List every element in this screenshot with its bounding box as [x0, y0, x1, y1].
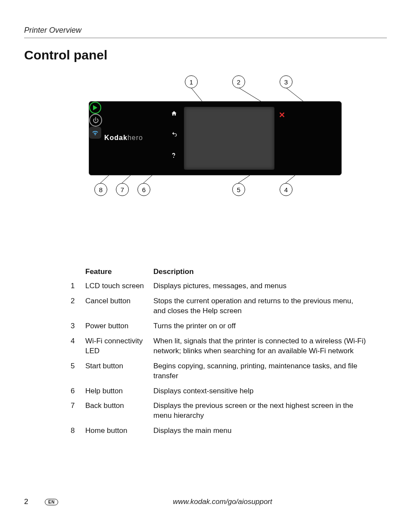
- control-panel-diagram: Kodakhero ✕ ⏻: [89, 75, 347, 209]
- product-name: hero: [128, 134, 143, 141]
- th-feature: Feature: [84, 265, 152, 279]
- table-row: 1LCD touch screenDisplays pictures, mess…: [69, 279, 369, 294]
- power-icon: ⏻: [89, 114, 102, 127]
- callout-8: 8: [94, 183, 107, 196]
- callout-4: 4: [280, 183, 293, 196]
- callout-3: 3: [280, 75, 293, 88]
- lcd-screen: [184, 107, 274, 170]
- table-row: 3Power buttonTurns the printer on or off: [69, 319, 369, 334]
- th-description: Description: [152, 265, 369, 279]
- cancel-icon: ✕: [279, 110, 285, 120]
- brand-name: Kodak: [104, 134, 128, 141]
- callout-5: 5: [232, 183, 245, 196]
- table-row: 6Help buttonDisplays context-sensitive h…: [69, 384, 369, 399]
- table-row: 2Cancel buttonStops the current operatio…: [69, 294, 369, 319]
- support-url: www.kodak.com/go/aiosupport: [58, 498, 387, 506]
- svg-marker-8: [93, 105, 97, 110]
- callout-6: 6: [137, 183, 150, 196]
- table-row: 5Start buttonBegins copying, scanning, p…: [69, 359, 369, 384]
- table-row: 7Back buttonDisplays the previous screen…: [69, 398, 369, 423]
- callout-7: 7: [116, 183, 129, 196]
- page-footer: 2 EN www.kodak.com/go/aiosupport: [24, 498, 387, 506]
- brand-logo: Kodakhero: [104, 134, 143, 142]
- back-icon: [171, 131, 178, 139]
- printer-panel: Kodakhero ✕ ⏻: [89, 101, 342, 175]
- page-title: Control panel: [24, 48, 387, 62]
- language-badge: EN: [45, 499, 58, 505]
- callout-2: 2: [232, 75, 245, 88]
- home-icon: [171, 110, 177, 118]
- section-header: Printer Overview: [24, 26, 387, 38]
- table-row: 4Wi-Fi connectivity LEDWhen lit, signals…: [69, 334, 369, 359]
- start-icon: [89, 102, 101, 114]
- table-row: 8Home buttonDisplays the main menu: [69, 423, 369, 439]
- wifi-icon: [89, 127, 101, 139]
- page-number: 2: [24, 498, 41, 506]
- callout-1: 1: [185, 75, 198, 88]
- help-icon: [171, 152, 176, 160]
- feature-table: Feature Description 1LCD touch screenDis…: [69, 265, 369, 439]
